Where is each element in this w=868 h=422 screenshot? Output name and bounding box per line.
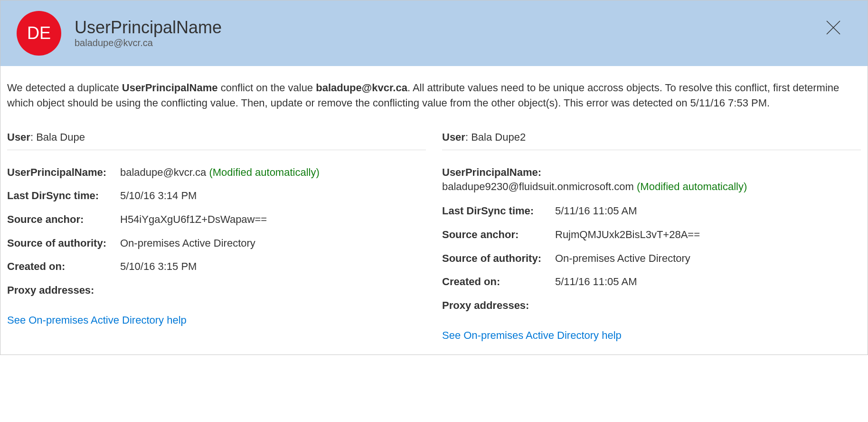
attr-value — [120, 283, 426, 297]
attr-proxy-addresses: Proxy addresses: — [442, 294, 861, 317]
attr-value: On-premises Active Directory — [555, 251, 861, 266]
upn-value: baladupe9230@fluidsuit.onmicrosoft.com — [442, 181, 637, 192]
dialog-subtitle: baladupe@kvcr.ca — [75, 38, 821, 48]
attr-value: H54iYgaXgU6f1Z+DsWapaw== — [120, 212, 426, 227]
attr-value: baladupe9230@fluidsuit.onmicrosoft.com (… — [442, 180, 861, 194]
attr-upn: UserPrincipalName: baladupe@kvcr.ca (Mod… — [7, 161, 426, 184]
attr-created-on: Created on: 5/11/16 11:05 AM — [442, 270, 861, 294]
attr-source-of-authority: Source of authority: On-premises Active … — [7, 231, 426, 255]
dialog-header: DE UserPrincipalName baladupe@kvcr.ca — [0, 0, 868, 66]
attr-value: On-premises Active Directory — [120, 236, 426, 250]
attr-value: 5/11/16 11:05 AM — [555, 275, 861, 289]
attr-value: 5/10/16 3:15 PM — [120, 259, 426, 274]
attr-last-dirsync: Last DirSync time: 5/10/16 3:14 PM — [7, 184, 426, 208]
attr-value: RujmQMJUxk2BisL3vT+28A== — [555, 228, 861, 242]
modified-automatically-tag: (Modified automatically) — [209, 166, 319, 178]
attr-label: UserPrincipalName: — [442, 165, 861, 180]
user-name: Bala Dupe — [36, 131, 85, 143]
attr-source-of-authority: Source of authority: On-premises Active … — [442, 247, 861, 270]
msg-attribute-name: UserPrincipalName — [122, 82, 218, 94]
attr-proxy-addresses: Proxy addresses: — [7, 278, 426, 302]
close-icon — [825, 19, 842, 36]
attr-label: Created on: — [7, 259, 120, 274]
user-label: User — [442, 131, 465, 143]
user-label: User — [7, 131, 30, 143]
attr-label: Source anchor: — [442, 228, 555, 242]
attr-label: Source of authority: — [442, 251, 555, 266]
attr-upn: UserPrincipalName: baladupe9230@fluidsui… — [442, 161, 861, 200]
colon: : — [465, 131, 471, 143]
attr-label: UserPrincipalName: — [7, 165, 120, 180]
avatar-initials: DE — [27, 23, 51, 43]
dialog-body: We detected a duplicate UserPrincipalNam… — [0, 66, 868, 355]
user-avatar: DE — [17, 11, 61, 56]
user-header: User: Bala Dupe2 — [442, 130, 861, 150]
title-block: UserPrincipalName baladupe@kvcr.ca — [75, 18, 821, 49]
user-column-left: User: Bala Dupe UserPrincipalName: balad… — [7, 130, 426, 343]
colon: : — [30, 131, 36, 143]
attr-value — [555, 298, 861, 313]
attr-label: Last DirSync time: — [7, 189, 120, 203]
user-column-right: User: Bala Dupe2 UserPrincipalName: bala… — [442, 130, 861, 343]
attr-value: 5/10/16 3:14 PM — [120, 189, 426, 203]
help-link[interactable]: See On-premises Active Directory help — [442, 328, 622, 343]
attr-label: Proxy addresses: — [7, 283, 120, 297]
details-columns: User: Bala Dupe UserPrincipalName: balad… — [7, 130, 861, 343]
user-name: Bala Dupe2 — [471, 131, 526, 143]
help-link[interactable]: See On-premises Active Directory help — [7, 313, 187, 328]
attr-source-anchor: Source anchor: RujmQMJUxk2BisL3vT+28A== — [442, 223, 861, 247]
attr-label: Source anchor: — [7, 212, 120, 227]
attr-created-on: Created on: 5/10/16 3:15 PM — [7, 255, 426, 278]
msg-conflict-value: baladupe@kvcr.ca — [316, 82, 407, 94]
conflict-message: We detected a duplicate UserPrincipalNam… — [7, 80, 861, 111]
attr-label: Proxy addresses: — [442, 298, 555, 313]
attr-last-dirsync: Last DirSync time: 5/11/16 11:05 AM — [442, 199, 861, 223]
modified-automatically-tag: (Modified automatically) — [637, 181, 747, 192]
upn-value: baladupe@kvcr.ca — [120, 166, 209, 178]
attr-label: Source of authority: — [7, 236, 120, 250]
dialog-title: UserPrincipalName — [75, 18, 821, 37]
user-header: User: Bala Dupe — [7, 130, 426, 150]
attr-label: Created on: — [442, 275, 555, 289]
attr-label: Last DirSync time: — [442, 204, 555, 218]
attr-value: 5/11/16 11:05 AM — [555, 204, 861, 218]
attr-source-anchor: Source anchor: H54iYgaXgU6f1Z+DsWapaw== — [7, 208, 426, 231]
msg-text: We detected a duplicate — [7, 82, 122, 94]
msg-text: conflict on the value — [218, 82, 316, 94]
close-button[interactable] — [821, 15, 846, 42]
attr-value: baladupe@kvcr.ca (Modified automatically… — [120, 165, 426, 180]
dialog-frame: DE UserPrincipalName baladupe@kvcr.ca We… — [0, 0, 868, 355]
